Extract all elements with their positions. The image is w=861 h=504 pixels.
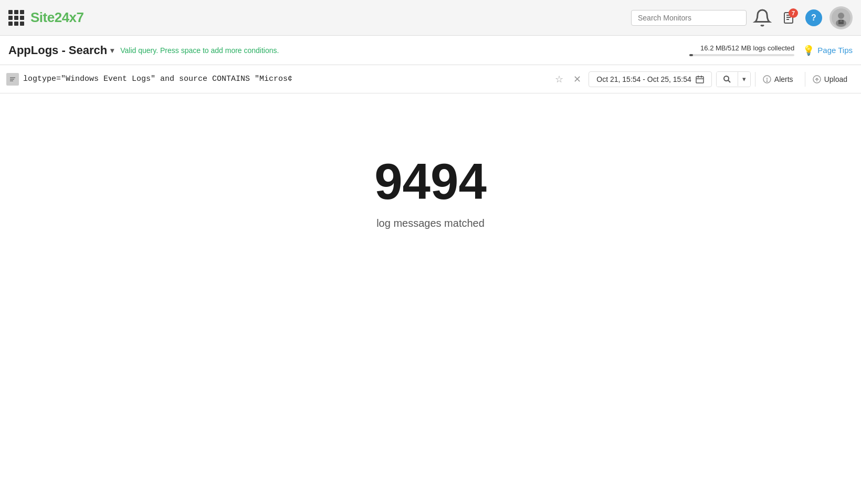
svg-rect-13 [696,77,704,83]
help-button[interactable]: ? [805,9,822,26]
svg-point-21 [766,80,768,81]
upload-icon [813,75,821,83]
svg-rect-12 [10,80,13,81]
logo-text-black: 24x7 [55,9,84,25]
search-execute-button[interactable] [717,72,738,87]
query-actions: ☆ ✕ [552,72,584,87]
notification-badge: 7 [789,8,798,18]
logo[interactable]: Site24x7 [30,9,84,26]
search-button-group: ▾ [716,71,751,87]
bulb-icon: 💡 [803,45,814,56]
logs-collected-container: 16.2 MB/512 MB logs collected [689,44,794,56]
logs-bar [689,54,794,56]
result-count: 9494 [374,156,487,207]
logs-bar-fill [689,54,692,56]
svg-line-18 [728,80,730,82]
alerts-button[interactable]: Alerts [755,72,801,87]
search-monitors-input[interactable] [631,10,747,26]
page-title-dropdown[interactable]: ▾ [110,46,114,55]
upload-button[interactable]: Upload [805,72,855,87]
clear-query-button[interactable]: ✕ [570,72,584,87]
logo-text-green: Site [30,9,55,25]
svg-rect-11 [10,79,14,80]
result-label: log messages matched [376,217,485,229]
main-content: 9494 log messages matched [0,93,861,229]
user-avatar[interactable] [830,6,853,29]
page-tips-label: Page Tips [817,46,853,55]
svg-rect-10 [10,77,15,78]
query-input[interactable] [23,75,548,83]
top-navigation: Site24x7 7 ? [0,0,861,36]
nav-icons: 7 ? [753,6,853,29]
logs-collected-text: 16.2 MB/512 MB logs collected [689,44,794,52]
calendar-icon [696,75,704,83]
query-bar: ☆ ✕ Oct 21, 15:54 - Oct 25, 15:54 ▾ Aler… [0,65,861,93]
search-options-button[interactable]: ▾ [738,72,750,86]
date-range-text: Oct 21, 15:54 - Oct 25, 15:54 [596,75,691,83]
alerts-doc-icon[interactable]: 7 [779,8,798,27]
page-title-container: AppLogs - Search ▾ [8,44,114,57]
page-title-text: AppLogs - Search [8,44,107,57]
date-range-picker[interactable]: Oct 21, 15:54 - Oct 25, 15:54 [589,71,712,87]
query-type-icon [6,73,19,86]
favorite-star-button[interactable]: ☆ [552,72,566,87]
notifications-bell-icon[interactable] [753,8,772,27]
alerts-circle-icon [763,75,771,83]
svg-point-5 [838,13,844,19]
sub-header: AppLogs - Search ▾ Valid query. Press sp… [0,36,861,65]
grid-menu-icon[interactable] [8,10,24,26]
valid-query-message: Valid query. Press space to add more con… [120,46,279,55]
search-icon [723,75,731,83]
alerts-label: Alerts [774,75,793,83]
sub-header-right: 16.2 MB/512 MB logs collected 💡 Page Tip… [689,44,853,56]
page-tips-button[interactable]: 💡 Page Tips [803,45,853,56]
svg-point-17 [724,76,729,81]
upload-label: Upload [824,75,847,83]
